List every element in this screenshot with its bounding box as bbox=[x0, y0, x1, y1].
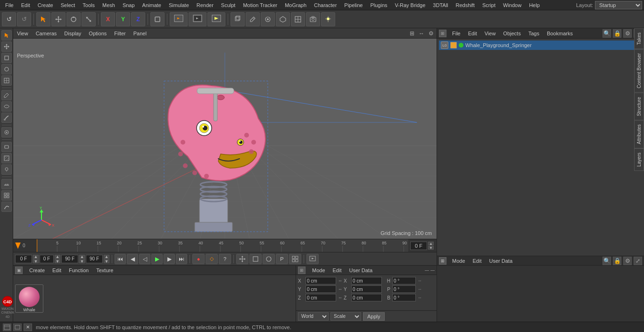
prop-btn[interactable]: P bbox=[276, 254, 288, 264]
menu-3dtall[interactable]: 3DTAll bbox=[429, 1, 451, 9]
scale-tool-btn[interactable] bbox=[263, 254, 275, 264]
menu-character[interactable]: Character bbox=[311, 1, 340, 9]
left-tool-select[interactable] bbox=[1, 30, 12, 40]
left-tool-rotate[interactable] bbox=[1, 64, 12, 74]
left-tool-deform[interactable] bbox=[1, 202, 12, 212]
start-frame-spinner[interactable]: ▲▼ bbox=[33, 255, 39, 263]
attrs-search-btn[interactable]: 🔍 bbox=[603, 257, 611, 265]
end-frame-spinner[interactable]: ▲▼ bbox=[104, 255, 109, 263]
prev-frame-btn[interactable]: ◀ bbox=[127, 254, 138, 264]
view-cube-button[interactable] bbox=[231, 12, 245, 26]
viewport-menu-panel[interactable]: Panel bbox=[132, 30, 149, 37]
menu-mesh[interactable]: Mesh bbox=[99, 1, 118, 9]
go-to-start-btn[interactable]: ⏮ bbox=[115, 254, 126, 264]
menu-redshift[interactable]: Redshift bbox=[453, 1, 478, 9]
status-icon-3[interactable]: ✕ bbox=[24, 324, 32, 331]
coord-y-pos-input[interactable] bbox=[305, 285, 336, 293]
coord-p-input[interactable] bbox=[392, 285, 416, 293]
attrs-lock-btn[interactable]: 🔒 bbox=[613, 257, 621, 265]
world-dropdown[interactable]: World Object bbox=[298, 312, 329, 321]
left-tool-floor[interactable] bbox=[1, 179, 12, 189]
record-btn[interactable]: ● bbox=[192, 254, 205, 264]
tab-layers[interactable]: Layers bbox=[634, 148, 644, 171]
menu-mograph[interactable]: MoGraph bbox=[281, 1, 310, 9]
frame-down-btn[interactable]: ▼ bbox=[428, 246, 434, 250]
x-axis-button[interactable]: X bbox=[101, 12, 115, 26]
redo-button[interactable]: ↺ bbox=[17, 12, 31, 26]
pen-button[interactable] bbox=[246, 12, 260, 26]
move-tool-btn[interactable] bbox=[236, 254, 248, 264]
status-icon-1[interactable] bbox=[3, 324, 11, 331]
scale-button[interactable] bbox=[82, 12, 96, 26]
left-tool-snap[interactable] bbox=[1, 127, 12, 138]
left-tool-loop[interactable] bbox=[1, 101, 12, 112]
left-tool-scale[interactable] bbox=[1, 53, 12, 63]
left-tool-paint[interactable] bbox=[1, 164, 12, 175]
go-to-end-btn[interactable]: ⏭ bbox=[176, 254, 187, 264]
right-menu-tags[interactable]: Tags bbox=[527, 30, 541, 37]
coord-b-input[interactable] bbox=[392, 294, 416, 301]
tab-structure[interactable]: Structure bbox=[634, 93, 644, 121]
start-frame-input[interactable] bbox=[15, 255, 32, 263]
menu-render[interactable]: Render bbox=[193, 1, 217, 9]
preview-end-input[interactable] bbox=[61, 255, 78, 263]
status-icon-2[interactable] bbox=[13, 324, 22, 331]
z-axis-button[interactable]: Z bbox=[131, 12, 145, 26]
left-tool-transform[interactable] bbox=[1, 75, 12, 86]
coord-h-input[interactable] bbox=[392, 277, 416, 284]
menu-vray-bridge[interactable]: V-Ray Bridge bbox=[392, 1, 429, 9]
play-btn[interactable]: ▶ bbox=[151, 254, 163, 264]
menu-edit[interactable]: Edit bbox=[18, 1, 33, 9]
render-button[interactable] bbox=[207, 12, 225, 26]
preview-end-spinner[interactable]: ▲▼ bbox=[79, 255, 85, 263]
attrs-maximize-btn[interactable]: ⤢ bbox=[634, 257, 642, 265]
y-axis-button[interactable]: Y bbox=[116, 12, 130, 26]
right-attrs-mode[interactable]: Mode bbox=[450, 257, 467, 265]
camera-button[interactable] bbox=[306, 12, 320, 26]
right-menu-objects[interactable]: Objects bbox=[501, 30, 522, 37]
next-frame-btn[interactable]: ▶ bbox=[164, 254, 175, 264]
coord-x-pos-input[interactable] bbox=[305, 277, 336, 284]
attr-user-data[interactable]: User Data bbox=[347, 267, 375, 274]
right-lock-btn[interactable]: 🔒 bbox=[613, 29, 621, 38]
viewport-maximize-btn[interactable]: ↔ bbox=[418, 30, 425, 37]
right-attrs-edit[interactable]: Edit bbox=[471, 257, 484, 265]
right-attrs-user-data[interactable]: User Data bbox=[487, 257, 515, 265]
attr-edit[interactable]: Edit bbox=[331, 267, 344, 274]
attrs-settings-btn[interactable]: ⚙ bbox=[623, 257, 632, 265]
right-search-btn[interactable]: 🔍 bbox=[603, 29, 611, 38]
menu-plugins[interactable]: Plugins bbox=[367, 1, 390, 9]
viewport[interactable]: View Cameras Display Options Filter Pane… bbox=[13, 28, 437, 239]
menu-window[interactable]: Window bbox=[500, 1, 525, 9]
viewport-menu-filter[interactable]: Filter bbox=[112, 30, 127, 37]
mat-menu-function[interactable]: Function bbox=[67, 267, 91, 274]
menu-sculpt[interactable]: Sculpt bbox=[218, 1, 239, 9]
polygon-button[interactable] bbox=[276, 12, 290, 26]
mat-menu-edit[interactable]: Edit bbox=[50, 267, 63, 274]
left-tool-grid[interactable] bbox=[1, 190, 12, 201]
viewport-menu-options[interactable]: Options bbox=[87, 30, 108, 37]
attr-mode[interactable]: Mode bbox=[310, 267, 327, 274]
right-menu-bookmarks[interactable]: Bookmarks bbox=[545, 30, 575, 37]
rotate-button[interactable] bbox=[66, 12, 81, 26]
coord-x-rot-input[interactable] bbox=[351, 277, 382, 284]
left-tool-object[interactable] bbox=[1, 142, 12, 152]
render-region-button[interactable] bbox=[170, 12, 188, 26]
left-tool-texture[interactable] bbox=[1, 153, 12, 163]
transport-frame-spinner[interactable]: ▲▼ bbox=[55, 255, 60, 263]
grid-btn[interactable] bbox=[289, 254, 301, 264]
apply-button[interactable]: Apply bbox=[363, 312, 385, 321]
layout-select[interactable]: Startup Standard Animate bbox=[595, 1, 642, 9]
right-menu-edit[interactable]: Edit bbox=[466, 30, 479, 37]
play-reverse-btn[interactable]: ◁ bbox=[139, 254, 150, 264]
menu-file[interactable]: File bbox=[2, 1, 17, 9]
menu-motion-tracker[interactable]: Motion Tracker bbox=[239, 1, 281, 9]
tab-attributes-side[interactable]: Attributes bbox=[634, 120, 644, 148]
right-menu-file[interactable]: File bbox=[450, 30, 462, 37]
render-icon-btn[interactable] bbox=[306, 254, 319, 264]
end-frame-input[interactable] bbox=[86, 255, 103, 263]
menu-help[interactable]: Help bbox=[526, 1, 543, 9]
coord-z-pos-input[interactable] bbox=[305, 294, 336, 301]
left-tool-poly-pen[interactable] bbox=[1, 90, 12, 100]
mat-menu-texture[interactable]: Texture bbox=[94, 267, 115, 274]
